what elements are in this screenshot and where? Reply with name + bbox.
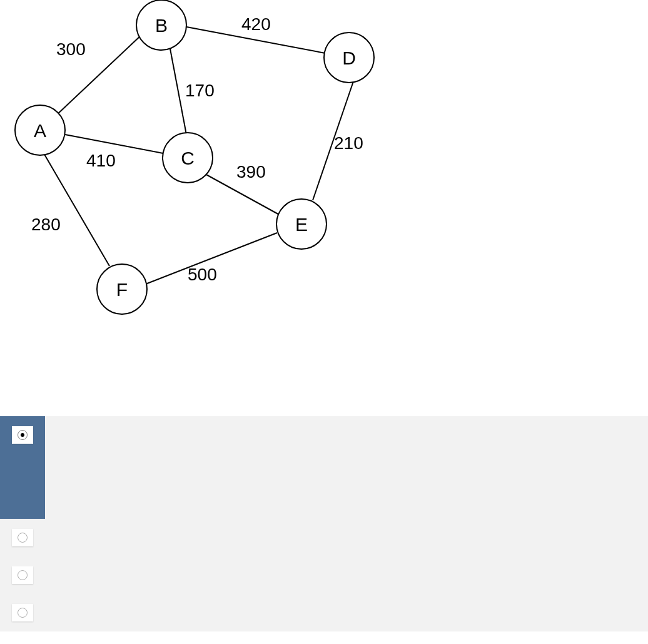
answer-content-4 (74, 594, 648, 609)
radio-cell-2[interactable] (0, 519, 45, 556)
answer-option-4[interactable] (0, 594, 648, 631)
radio-icon (18, 430, 28, 440)
svg-line-6 (44, 153, 109, 266)
edge-ab-weight: 300 (56, 39, 86, 59)
answer-option-3[interactable] (0, 556, 648, 594)
edge-af-weight: 280 (31, 215, 61, 234)
edge-ce-weight: 390 (236, 162, 266, 181)
node-b-label: B (155, 15, 168, 36)
svg-line-2 (170, 49, 186, 135)
radio-cell-1[interactable] (0, 416, 45, 519)
node-f-label: F (116, 279, 128, 300)
radio-icon (18, 570, 28, 580)
radio-box (12, 566, 33, 584)
radio-cell-4[interactable] (0, 594, 45, 631)
radio-dot-icon (21, 433, 24, 437)
answer-panel (0, 416, 648, 631)
edge-ef-weight: 500 (188, 265, 217, 284)
radio-icon (18, 608, 28, 618)
edge-bd-weight: 420 (241, 14, 271, 34)
edge-bc-weight: 170 (185, 81, 215, 100)
edge-ac-weight: 410 (86, 151, 116, 170)
radio-box (12, 426, 33, 444)
graph-diagram: A B C D E F 300 420 170 410 210 390 280 … (0, 0, 413, 338)
node-c-label: C (181, 148, 195, 168)
edge-de-weight: 210 (334, 133, 363, 153)
node-a-label: A (34, 120, 46, 141)
radio-cell-3[interactable] (0, 556, 45, 594)
answer-content-2 (74, 519, 648, 534)
node-d-label: D (342, 48, 356, 68)
radio-box (12, 604, 33, 621)
answer-option-2[interactable] (0, 519, 648, 556)
node-e-label: E (295, 214, 308, 235)
radio-box (12, 529, 33, 546)
radio-icon (18, 533, 28, 543)
answer-option-1[interactable] (0, 416, 648, 519)
answer-content-1 (74, 416, 648, 505)
answer-content-3 (74, 556, 648, 571)
